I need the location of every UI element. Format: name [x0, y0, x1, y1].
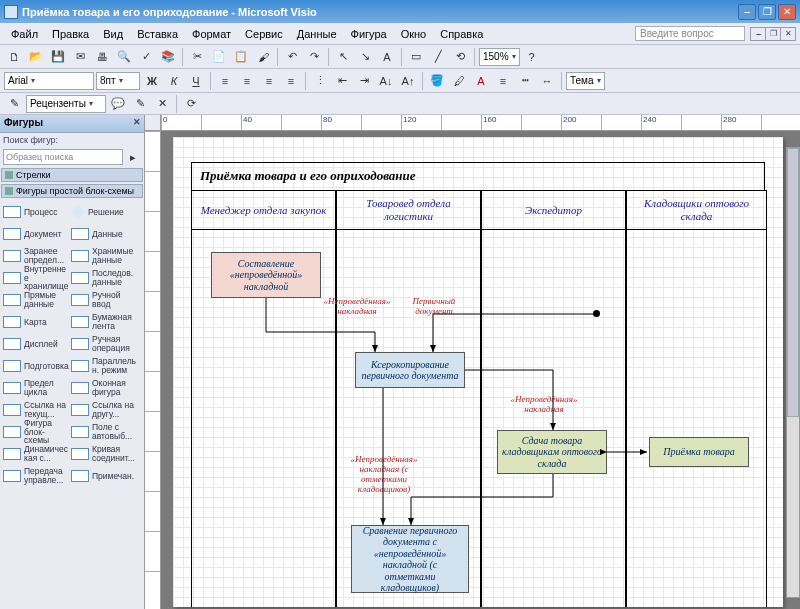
print-button[interactable]: 🖶	[92, 47, 112, 67]
align-center-button[interactable]: ≡	[237, 71, 257, 91]
new-button[interactable]: 🗋	[4, 47, 24, 67]
theme-combo[interactable]: Тема▾	[566, 72, 605, 90]
lane-header-3[interactable]: Экспедитор	[481, 190, 626, 230]
ink-button[interactable]: ✎	[4, 94, 24, 114]
text-tool-button[interactable]: A	[377, 47, 397, 67]
lane-header-2[interactable]: Товаровед отдела логистики	[336, 190, 481, 230]
research-button[interactable]: 📚	[158, 47, 178, 67]
maximize-button[interactable]: ❐	[758, 4, 776, 20]
menu-data[interactable]: Данные	[290, 25, 344, 43]
delete-comment-button[interactable]: ✕	[152, 94, 172, 114]
shapes-search-go-button[interactable]: ▸	[125, 149, 141, 165]
menu-help[interactable]: Справка	[433, 25, 490, 43]
shape-item[interactable]: Хранимые данные	[70, 245, 138, 267]
help-button[interactable]: ?	[522, 47, 542, 67]
menu-window[interactable]: Окно	[394, 25, 434, 43]
shape-item[interactable]: Предел цикла	[2, 377, 70, 399]
italic-button[interactable]: К	[164, 71, 184, 91]
bold-button[interactable]: Ж	[142, 71, 162, 91]
menu-insert[interactable]: Вставка	[130, 25, 185, 43]
box-compose-invoice[interactable]: Составление «непроведённой» накладной	[211, 252, 321, 298]
bullets-button[interactable]: ⋮	[310, 71, 330, 91]
zoom-combo[interactable]: 150%▾	[479, 48, 520, 66]
reviewers-combo[interactable]: Рецензенты▾	[26, 95, 106, 113]
lane-header-1[interactable]: Менеджер отдела закупок	[191, 190, 336, 230]
box-acceptance[interactable]: Приёмка товара	[649, 437, 749, 467]
shape-item[interactable]: Документ	[2, 223, 70, 245]
connector-tool-button[interactable]: ↘	[355, 47, 375, 67]
menu-edit[interactable]: Правка	[45, 25, 96, 43]
shape-item[interactable]: Данные	[70, 223, 138, 245]
box-handover[interactable]: Сдача товара кладовщикам оптового склада	[497, 430, 607, 474]
shape-item[interactable]: Последов. данные	[70, 267, 138, 289]
line-color-button[interactable]: 🖊	[449, 71, 469, 91]
line-pattern-button[interactable]: ┅	[515, 71, 535, 91]
minimize-button[interactable]: ‒	[738, 4, 756, 20]
save-button[interactable]: 💾	[48, 47, 68, 67]
stencil-basic-flowchart[interactable]: Фигуры простой блок-схемы	[1, 184, 143, 198]
increase-font-button[interactable]: A↑	[398, 71, 418, 91]
shape-item[interactable]: Поле с автовыб...	[70, 421, 138, 443]
format-painter-button[interactable]: 🖌	[253, 47, 273, 67]
drawing-scrollarea[interactable]: Приёмка товара и его оприходование Менед…	[161, 131, 800, 609]
shape-item[interactable]: Ссылка на другу...	[70, 399, 138, 421]
copy-button[interactable]: 📄	[209, 47, 229, 67]
drawing-page[interactable]: Приёмка товара и его оприходование Менед…	[173, 137, 783, 607]
open-button[interactable]: 📂	[26, 47, 46, 67]
shape-item[interactable]: Карта	[2, 311, 70, 333]
doc-restore-button[interactable]: ❐	[765, 27, 781, 41]
mail-button[interactable]: ✉	[70, 47, 90, 67]
shape-item[interactable]: Ручная операция	[70, 333, 138, 355]
shape-item[interactable]: Динамическая с...	[2, 443, 70, 465]
increase-indent-button[interactable]: ⇥	[354, 71, 374, 91]
doc-minimize-button[interactable]: ‒	[750, 27, 766, 41]
menu-tools[interactable]: Сервис	[238, 25, 290, 43]
line-tool-button[interactable]: ╱	[428, 47, 448, 67]
decrease-indent-button[interactable]: ⇤	[332, 71, 352, 91]
fill-color-button[interactable]: 🪣	[427, 71, 447, 91]
shapes-panel-close-button[interactable]: ✕	[133, 117, 141, 127]
edit-comment-button[interactable]: ✎	[130, 94, 150, 114]
redo-button[interactable]: ↷	[304, 47, 324, 67]
align-justify-button[interactable]: ≡	[281, 71, 301, 91]
cut-button[interactable]: ✂	[187, 47, 207, 67]
shape-item[interactable]: Прямые данные	[2, 289, 70, 311]
shape-item[interactable]: Фигура блок-схемы	[2, 421, 70, 443]
stencil-arrows[interactable]: Стрелки	[1, 168, 143, 182]
doc-close-button[interactable]: ✕	[780, 27, 796, 41]
lane-header-4[interactable]: Кладовщики оптового склада	[626, 190, 767, 230]
line-weight-button[interactable]: ≡	[493, 71, 513, 91]
shape-item[interactable]: Передача управле...	[2, 465, 70, 487]
shape-item[interactable]: Параллельн. режим	[70, 355, 138, 377]
undo-button[interactable]: ↶	[282, 47, 302, 67]
shape-item[interactable]: Дисплей	[2, 333, 70, 355]
align-right-button[interactable]: ≡	[259, 71, 279, 91]
diagram-title[interactable]: Приёмка товара и его оприходование	[191, 162, 765, 190]
connector-point[interactable]	[593, 310, 600, 317]
pointer-tool-button[interactable]: ↖	[333, 47, 353, 67]
shape-item[interactable]: Процесс	[2, 201, 70, 223]
shape-item[interactable]: Бумажная лента	[70, 311, 138, 333]
shapes-search-input[interactable]: Образец поиска	[3, 149, 123, 165]
spelling-button[interactable]: ✓	[136, 47, 156, 67]
print-preview-button[interactable]: 🔍	[114, 47, 134, 67]
menu-file[interactable]: Файл	[4, 25, 45, 43]
fontsize-combo[interactable]: 8пт▾	[96, 72, 140, 90]
align-left-button[interactable]: ≡	[215, 71, 235, 91]
rectangle-tool-button[interactable]: ▭	[406, 47, 426, 67]
box-compare[interactable]: Сравнение первичного документа с «непров…	[351, 525, 469, 593]
new-comment-button[interactable]: 💬	[108, 94, 128, 114]
menu-format[interactable]: Формат	[185, 25, 238, 43]
shape-item[interactable]: Ручной ввод	[70, 289, 138, 311]
decrease-font-button[interactable]: A↓	[376, 71, 396, 91]
line-ends-button[interactable]: ↔	[537, 71, 557, 91]
shape-item[interactable]: Решение	[70, 201, 138, 223]
menu-shape[interactable]: Фигура	[344, 25, 394, 43]
font-color-button[interactable]: A	[471, 71, 491, 91]
help-search-input[interactable]: Введите вопрос	[635, 26, 745, 41]
box-xerox[interactable]: Ксерокопирование первичного документа	[355, 352, 465, 388]
vertical-scrollbar[interactable]	[786, 147, 800, 598]
close-button[interactable]: ✕	[778, 4, 796, 20]
shape-item[interactable]: Примечан.	[70, 465, 138, 487]
underline-button[interactable]: Ч	[186, 71, 206, 91]
